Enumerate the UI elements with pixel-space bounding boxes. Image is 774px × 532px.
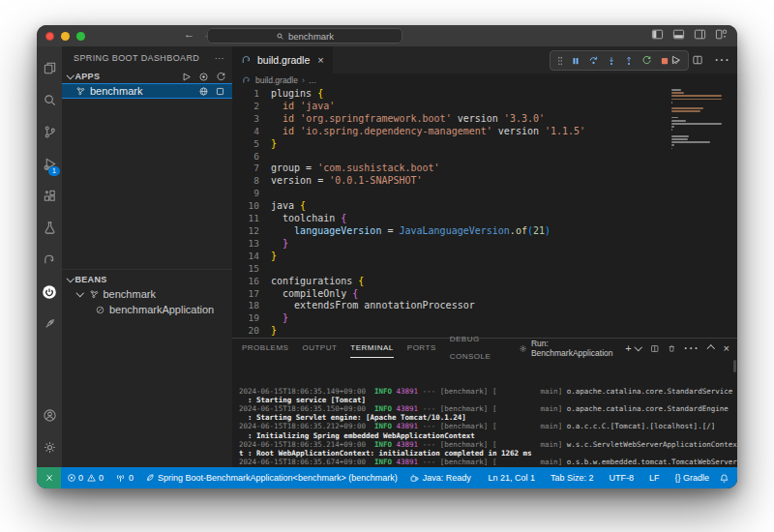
terminal-line: t : Root WebApplicationContext: initiali… bbox=[239, 449, 737, 458]
terminal-scrollbar[interactable] bbox=[733, 360, 736, 372]
settings-gear-icon[interactable] bbox=[37, 431, 62, 463]
language-mode[interactable]: {} Gradle bbox=[669, 473, 715, 483]
code-line: plugins { bbox=[271, 88, 677, 101]
panel-tab-problems[interactable]: PROBLEMS bbox=[242, 340, 288, 357]
beans-section-header[interactable]: BEANS bbox=[62, 273, 232, 286]
cursor-position[interactable]: Ln 21, Col 1 bbox=[482, 473, 541, 483]
toggle-secondary-sidebar-icon[interactable] bbox=[694, 29, 706, 40]
minimize-window-button[interactable] bbox=[61, 32, 70, 41]
maximize-panel-icon[interactable] bbox=[707, 345, 715, 353]
close-panel-icon[interactable]: × bbox=[724, 342, 729, 354]
spring-boot-status-icon bbox=[145, 473, 155, 483]
line-number: 19 bbox=[232, 312, 259, 325]
terminal-line: 2024-06-15T18:06:35.212+09:00 INFO 43891… bbox=[239, 422, 737, 430]
testing-icon[interactable] bbox=[37, 212, 62, 244]
run-file-icon[interactable] bbox=[670, 54, 681, 66]
toggle-panel-icon[interactable] bbox=[672, 29, 685, 40]
line-number: 13 bbox=[232, 238, 259, 251]
step-into-icon[interactable] bbox=[607, 56, 616, 66]
minimap-line bbox=[671, 117, 678, 119]
command-center-search[interactable]: benchmark bbox=[207, 28, 402, 44]
panel-tab-ports[interactable]: PORTS bbox=[407, 340, 436, 357]
minimap[interactable] bbox=[671, 89, 726, 151]
error-icon bbox=[67, 473, 76, 483]
new-terminal-icon[interactable]: + bbox=[625, 342, 631, 354]
panel-tab-output[interactable]: OUTPUT bbox=[302, 340, 337, 357]
step-out-icon[interactable] bbox=[624, 56, 634, 66]
java-projects-icon[interactable] bbox=[37, 308, 62, 340]
run-app-icon[interactable] bbox=[181, 72, 192, 82]
panel-actions: Run: BenchmarkApplication+···× bbox=[519, 339, 729, 358]
debug-app-icon[interactable] bbox=[198, 72, 209, 82]
run-and-debug-icon[interactable]: 1 bbox=[37, 148, 62, 180]
close-tab-icon[interactable]: × bbox=[317, 54, 323, 66]
drag-grip-icon[interactable] bbox=[557, 56, 563, 66]
bean-item-benchmarkApplication[interactable]: benchmarkApplication bbox=[62, 302, 232, 317]
code-line: id 'org.springframework.boot' version '3… bbox=[271, 113, 677, 126]
notifications-bell-icon[interactable] bbox=[719, 473, 729, 484]
terminal-output[interactable]: 2024-06-15T18:06:35.149+09:00 INFO 43891… bbox=[232, 358, 737, 467]
back-icon[interactable]: ← bbox=[184, 28, 194, 40]
accounts-icon[interactable] bbox=[37, 399, 62, 431]
terminal-instance[interactable]: Run: BenchmarkApplication bbox=[519, 339, 618, 358]
terminal-dropdown-icon[interactable] bbox=[634, 343, 641, 351]
ports-status[interactable]: 0 bbox=[109, 473, 139, 484]
bean-item-label: benchmarkApplication bbox=[109, 304, 214, 315]
desktop: ← → benchmark 1 bbox=[0, 0, 774, 532]
restart-icon[interactable] bbox=[641, 55, 652, 66]
close-window-button[interactable] bbox=[45, 32, 54, 41]
spring-boot-status[interactable]: Spring Boot-BenchmarkApplication<benchma… bbox=[139, 473, 403, 483]
step-over-icon[interactable] bbox=[588, 55, 599, 66]
gradle-icon[interactable] bbox=[37, 244, 62, 276]
java-status-label: Java: Ready bbox=[423, 473, 471, 483]
encoding[interactable]: UTF-8 bbox=[603, 473, 640, 483]
bean-group-benchmark[interactable]: benchmark bbox=[62, 286, 232, 302]
refresh-icon[interactable] bbox=[216, 72, 226, 82]
bottom-panel: PROBLEMSOUTPUTTERMINALPORTSDEBUG CONSOLE… bbox=[232, 338, 737, 467]
panel-tab-bar: PROBLEMSOUTPUTTERMINALPORTSDEBUG CONSOLE… bbox=[232, 339, 737, 358]
java-status[interactable]: Java: Ready bbox=[403, 473, 477, 484]
pause-icon[interactable] bbox=[571, 56, 580, 66]
line-number: 16 bbox=[232, 276, 259, 288]
breadcrumb-file[interactable]: build.gradle bbox=[255, 75, 298, 85]
code-line bbox=[271, 188, 677, 200]
tab-bar: build.gradle × bbox=[232, 46, 737, 74]
eol-sequence[interactable]: LF bbox=[643, 473, 666, 483]
remote-indicator[interactable] bbox=[37, 467, 61, 488]
editor-more-icon[interactable]: ··· bbox=[714, 51, 729, 69]
zoom-window-button[interactable] bbox=[76, 32, 85, 41]
panel-more-icon[interactable]: ··· bbox=[683, 340, 699, 357]
open-in-browser-globe-icon[interactable] bbox=[198, 86, 209, 97]
line-number: 4 bbox=[232, 126, 259, 138]
minimap-line bbox=[671, 129, 672, 131]
terminal-instance-label: Run: BenchmarkApplication bbox=[531, 339, 617, 358]
indentation[interactable]: Tab Size: 2 bbox=[545, 473, 600, 483]
problems-status[interactable]: 0 0 bbox=[61, 473, 109, 483]
stop-icon[interactable] bbox=[660, 56, 670, 66]
toggle-sidebar-icon[interactable] bbox=[651, 29, 664, 40]
apps-section-header[interactable]: APPS bbox=[62, 70, 232, 83]
breadcrumb[interactable]: build.gradle › … bbox=[232, 74, 737, 86]
task-gear-icon bbox=[519, 343, 527, 354]
breadcrumb-symbol[interactable]: … bbox=[309, 75, 317, 85]
app-item-tools bbox=[198, 86, 232, 97]
app-item-benchmark[interactable]: benchmark bbox=[62, 83, 232, 99]
split-editor-icon[interactable] bbox=[692, 54, 703, 66]
split-terminal-icon[interactable] bbox=[650, 343, 659, 354]
kill-terminal-trash-icon[interactable] bbox=[668, 343, 676, 354]
sidebar-more-icon[interactable]: ··· bbox=[215, 53, 224, 63]
extensions-icon[interactable] bbox=[37, 180, 62, 212]
line-number: 7 bbox=[232, 163, 259, 175]
search-view-icon[interactable] bbox=[37, 84, 62, 116]
status-bar: 0 0 0 Spring Boot-BenchmarkApplication<b… bbox=[37, 467, 737, 488]
tab-build-gradle[interactable]: build.gradle × bbox=[232, 46, 334, 74]
explorer-icon[interactable] bbox=[37, 52, 62, 84]
stop-app-icon[interactable] bbox=[215, 86, 225, 97]
minimap-line bbox=[671, 144, 674, 146]
customize-layout-icon[interactable] bbox=[715, 29, 728, 40]
source-control-icon[interactable] bbox=[37, 116, 62, 148]
panel-tab-terminal[interactable]: TERMINAL bbox=[350, 340, 393, 358]
code-editor[interactable]: 1234567891011121314151617181920 plugins … bbox=[232, 86, 737, 338]
spring-boot-dashboard-icon[interactable] bbox=[37, 276, 62, 308]
minimap-line bbox=[671, 148, 672, 150]
